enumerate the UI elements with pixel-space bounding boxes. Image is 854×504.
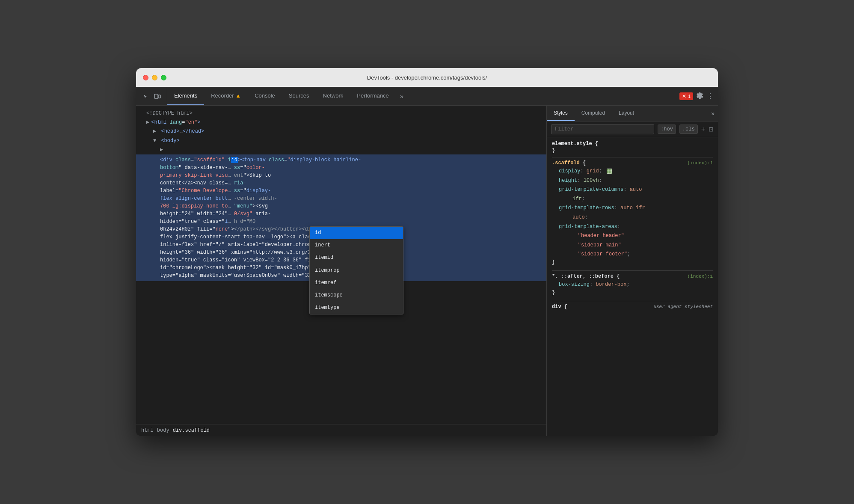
breadcrumb-scaffold[interactable]: div.scaffold <box>173 427 210 433</box>
styles-filter-input[interactable] <box>551 124 654 134</box>
toolbar-icons <box>136 87 167 105</box>
dom-head[interactable]: ▶ <head>…</head> <box>136 127 546 136</box>
styles-panel: Styles Computed Layout » :hov .cls + <box>547 106 718 436</box>
devtools-container: Elements Recorder ▲ Console Sources Netw… <box>136 87 718 436</box>
scaffold-prop-gta: grid-template-areas: "header header" "si… <box>552 222 713 259</box>
breadcrumb-body[interactable]: body <box>157 427 169 433</box>
traffic-lights <box>143 75 166 80</box>
autocomplete-item-itemscope[interactable]: itemscope <box>310 289 403 302</box>
dom-body-arrow[interactable]: ▶ <box>136 145 546 154</box>
breadcrumb-html[interactable]: html <box>141 427 154 433</box>
tab-bar: Elements Recorder ▲ Console Sources Netw… <box>136 87 718 106</box>
svg-rect-1 <box>158 95 160 98</box>
scaffold-prop-display: display: grid; <box>552 167 713 176</box>
universal-selector: *, ::after, ::before { <box>552 273 620 279</box>
element-style-block: element.style { } <box>552 141 713 154</box>
tab-console[interactable]: Console <box>248 87 282 105</box>
tab-computed[interactable]: Computed <box>575 106 612 121</box>
autocomplete-item-itemtype[interactable]: itemtype <box>310 302 403 314</box>
tab-recorder[interactable]: Recorder ▲ <box>204 87 248 105</box>
div-style-block: div { user agent stylesheet <box>552 304 713 310</box>
scaffold-style-block: .scaffold { (index):1 display: grid; <box>552 160 713 265</box>
scaffold-prop-gtc: grid-template-columns: auto 1fr; <box>552 185 713 204</box>
dom-panel: <!DOCTYPE html> ▶<html lang="en"> ▶ <hea… <box>136 106 547 436</box>
dom-html[interactable]: ▶<html lang="en"> <box>136 118 546 127</box>
tab-network[interactable]: Network <box>316 87 350 105</box>
cls-filter-button[interactable]: .cls <box>679 125 698 134</box>
inspect-icon[interactable] <box>140 91 151 101</box>
tab-styles[interactable]: Styles <box>547 106 575 121</box>
dom-content[interactable]: <!DOCTYPE html> ▶<html lang="en"> ▶ <hea… <box>136 106 546 424</box>
minimize-button[interactable] <box>152 75 157 80</box>
refresh-style-button[interactable]: ⊡ <box>709 126 714 133</box>
title-bar: DevTools - developer.chrome.com/tags/dev… <box>136 68 718 87</box>
dom-doctype: <!DOCTYPE html> <box>136 109 546 118</box>
close-button[interactable] <box>143 75 148 80</box>
style-divider-3 <box>552 301 713 301</box>
div-source: user agent stylesheet <box>653 304 713 309</box>
scaffold-selector: .scaffold { <box>552 160 586 166</box>
styles-more-tabs[interactable]: » <box>708 106 718 121</box>
universal-style-block: *, ::after, ::before { (index):1 box-siz… <box>552 273 713 296</box>
svg-rect-0 <box>154 94 158 98</box>
autocomplete-item-itemid[interactable]: itemid <box>310 252 403 264</box>
autocomplete-item-id[interactable]: id <box>310 227 403 239</box>
style-divider-1 <box>552 157 713 157</box>
main-content: <!DOCTYPE html> ▶<html lang="en"> ▶ <hea… <box>136 106 718 436</box>
devtools-more-button[interactable]: ⋮ <box>707 92 714 100</box>
autocomplete-item-inert[interactable]: inert <box>310 239 403 252</box>
device-toggle-icon[interactable] <box>152 91 163 101</box>
autocomplete-item-itemref[interactable]: itemref <box>310 277 403 289</box>
tab-sources[interactable]: Sources <box>282 87 316 105</box>
universal-prop-boxsizing: box-sizing: border-box; <box>552 280 713 290</box>
autocomplete-item-itemprop[interactable]: itemprop <box>310 264 403 277</box>
devtools-window: DevTools - developer.chrome.com/tags/dev… <box>136 68 718 436</box>
styles-filter-bar: :hov .cls + ⊡ <box>547 122 718 137</box>
autocomplete-dropdown: id inert itemid itemprop itemref <box>309 226 403 314</box>
style-divider-2 <box>552 270 713 271</box>
window-title: DevTools - developer.chrome.com/tags/dev… <box>367 74 487 81</box>
tab-performance[interactable]: Performance <box>350 87 395 105</box>
scaffold-source[interactable]: (index):1 <box>688 160 713 166</box>
scaffold-prop-height: height: 100vh; <box>552 176 713 186</box>
tab-layout[interactable]: Layout <box>612 106 641 121</box>
tab-elements[interactable]: Elements <box>167 87 204 105</box>
dom-body-open[interactable]: ▼ <body> <box>136 136 546 145</box>
add-style-button[interactable]: + <box>701 125 705 133</box>
div-selector: div { <box>552 304 567 310</box>
maximize-button[interactable] <box>161 75 166 80</box>
hov-filter-button[interactable]: :hov <box>658 125 676 134</box>
svg-rect-2 <box>607 169 612 173</box>
universal-source[interactable]: (index):1 <box>688 274 713 279</box>
element-style-selector: element.style { <box>552 141 598 147</box>
breadcrumb: html body div.scaffold <box>136 424 546 436</box>
tab-bar-right: ✕ 1 ⋮ <box>679 92 718 101</box>
scaffold-prop-gtr: grid-template-rows: auto 1fr auto; <box>552 204 713 222</box>
more-tabs-button[interactable]: » <box>396 92 408 100</box>
styles-content[interactable]: element.style { } .scaffold { (index):1 <box>547 137 718 436</box>
error-count-badge[interactable]: ✕ 1 <box>679 92 693 100</box>
styles-tab-bar: Styles Computed Layout » <box>547 106 718 122</box>
settings-button[interactable] <box>697 92 703 101</box>
